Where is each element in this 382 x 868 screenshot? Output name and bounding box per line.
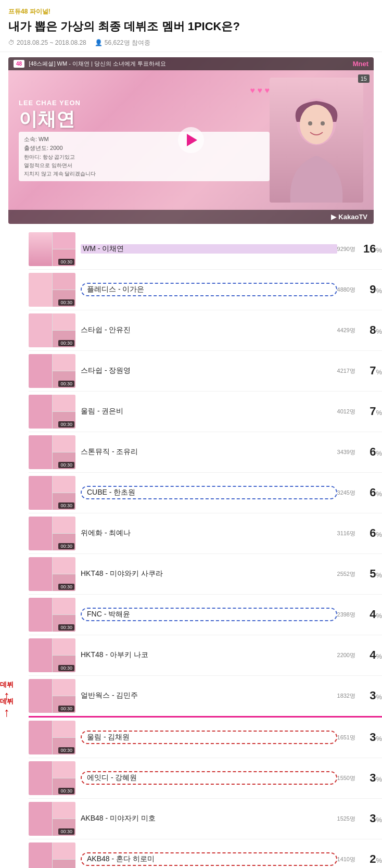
duration-badge: 00:30 xyxy=(58,462,74,468)
item-stats: 4429명 8% xyxy=(337,323,382,337)
percent-sign: % xyxy=(376,409,382,417)
item-percent: 3% xyxy=(359,689,382,702)
percent-sign: % xyxy=(376,652,382,660)
thumbnail-wrapper[interactable]: 00:30 xyxy=(29,598,75,632)
list-item: 00:30 FNC - 박해윤 2398명 4% xyxy=(29,595,382,635)
item-percent: 9% xyxy=(359,283,382,296)
thumbnail-wrapper[interactable]: 00:30 xyxy=(29,638,75,672)
age-badge: 15 xyxy=(358,74,370,83)
person-placeholder xyxy=(270,78,363,203)
item-stats: 2552명 5% xyxy=(337,567,382,581)
item-percent: 8% xyxy=(359,323,382,337)
percent-sign: % xyxy=(376,612,382,620)
duration-badge: 00:30 xyxy=(58,788,74,794)
duration-badge: 00:30 xyxy=(58,381,74,387)
thumb-cell xyxy=(29,232,52,266)
thumb-cell xyxy=(29,354,52,388)
thumbnail-wrapper[interactable]: 00:30 xyxy=(29,802,75,836)
thumb-cell xyxy=(29,313,52,347)
play-button[interactable] xyxy=(178,127,204,153)
header: 프듀48 파이널! 내가 뽑은 가상의 최종 데뷔조 멤버 1PICK은? ⏱ … xyxy=(0,0,382,52)
thumbnail-wrapper[interactable]: 00:30 xyxy=(29,435,75,469)
item-count: 3439명 xyxy=(337,448,355,456)
item-stats: 1832명 3% xyxy=(337,689,382,702)
thumb-cell xyxy=(53,354,76,371)
item-info: 에잇디 - 강혜원 xyxy=(81,771,337,785)
duration-badge: 00:30 xyxy=(58,543,74,549)
video-name-en: LEE CHAE YEON xyxy=(19,99,270,107)
duration-badge: 00:30 xyxy=(58,828,74,835)
kakao-tv-logo: ▶ KakaoTV xyxy=(331,213,367,221)
item-stats: 3116명 6% xyxy=(337,526,382,540)
thumb-cell xyxy=(53,517,76,533)
thumbnail-wrapper[interactable]: 00:30 xyxy=(29,721,75,754)
list-item: 00:30 스톤뮤직 - 조유리 3439명 6% xyxy=(29,432,382,473)
duration-badge: 00:30 xyxy=(58,340,74,346)
item-name: 얼반웍스 - 김민주 xyxy=(81,691,337,700)
item-stats: 1525명 3% xyxy=(337,812,382,825)
item-info: AKB48 - 미야자키 미호 xyxy=(81,814,337,823)
video-container[interactable]: 48 [48스페셜] WM - 이채연 | 당신의 소녀에게 투표하세요 Mne… xyxy=(8,57,374,224)
item-info: WM - 이채연 xyxy=(81,244,337,254)
thumbnail-grid xyxy=(29,842,75,868)
video-body: LEE CHAE YEON 이채연 소속: WM 출생년도: 2000 한마디:… xyxy=(8,70,374,210)
date-range-item: ⏱ 2018.08.25 ~ 2018.08.28 xyxy=(8,39,86,46)
logo-48: 48 xyxy=(14,60,24,68)
video-overlay: 48 [48스페셜] WM - 이채연 | 당신의 소녀에게 투표하세요 Mne… xyxy=(8,57,374,224)
thumbnail-wrapper[interactable]: 00:30 xyxy=(29,761,75,795)
list-item: 00:30 스타쉽 - 안유진 4429명 8% xyxy=(29,310,382,351)
item-info: 울림 - 김채원 xyxy=(81,731,337,744)
video-left: LEE CHAE YEON 이채연 소속: WM 출생년도: 2000 한마디:… xyxy=(19,99,270,181)
item-percent: 5% xyxy=(359,567,382,581)
thumbnail-wrapper[interactable]: 00:30 xyxy=(29,273,75,307)
debut-label-arrow: ↑ xyxy=(4,706,10,719)
item-info: 스타쉽 - 장원영 xyxy=(81,366,337,375)
thumbnail-wrapper[interactable]: 00:30 xyxy=(29,679,75,713)
item-count: 3116명 xyxy=(337,530,355,537)
list-item: 00:30 울림 - 권은비 4012명 7% xyxy=(29,392,382,432)
item-count: 2552명 xyxy=(337,570,355,578)
item-info: HKT48 - 미야와키 사쿠라 xyxy=(81,569,337,578)
thumb-cell xyxy=(53,557,76,574)
kakao-tv-text: KakaoTV xyxy=(338,213,367,221)
item-name: 스타쉽 - 안유진 xyxy=(81,325,337,335)
duration-badge: 00:30 xyxy=(58,584,74,590)
thumbnail-wrapper[interactable]: 00:30 xyxy=(29,517,75,550)
thumbnail-wrapper[interactable]: 00:30 xyxy=(29,232,75,266)
item-info: AKB48 - 혼다 히로미 xyxy=(81,852,337,866)
thumb-cell xyxy=(29,273,52,307)
thumbnail-wrapper[interactable]: 00:30 xyxy=(29,395,75,429)
item-count: 2200명 xyxy=(337,651,355,659)
thumb-cell xyxy=(53,721,76,737)
item-percent: 2% xyxy=(359,852,382,866)
thumbnail-wrapper[interactable]: 00:30 xyxy=(29,476,75,510)
thumb-cell xyxy=(53,232,76,249)
thumbnail-wrapper[interactable]: 00:30 xyxy=(29,842,75,868)
play-icon-small: ▶ xyxy=(331,213,336,221)
thumbnail-wrapper[interactable]: 00:30 xyxy=(29,313,75,347)
item-name: HKT48 - 미야와키 사쿠라 xyxy=(81,569,337,578)
item-count: 1525명 xyxy=(337,815,355,823)
thumbnail-wrapper[interactable]: 00:30 xyxy=(29,557,75,591)
header-tag: 프듀48 파이널! xyxy=(8,7,374,16)
item-stats: 4012명 7% xyxy=(337,405,382,418)
item-stats: 4880명 9% xyxy=(337,283,382,296)
thumb-cell xyxy=(53,435,76,452)
item-count: 4880명 xyxy=(337,286,355,294)
item-name: CUBE - 한초원 xyxy=(81,486,337,499)
item-count: 1651명 xyxy=(337,734,355,741)
hearts-decoration: ♥ ♥ ♥ xyxy=(250,86,270,95)
item-name: 에잇디 - 강혜원 xyxy=(81,771,337,785)
item-count: 2398명 xyxy=(337,611,355,619)
item-stats: 1651명 3% xyxy=(337,731,382,744)
item-stats: 9290명 16% xyxy=(337,242,382,256)
thumbnail-wrapper[interactable]: 00:30 xyxy=(29,354,75,388)
percent-sign: % xyxy=(376,490,382,498)
full-list: 데뷔 ↑ 00:30 WM - 이채연 xyxy=(0,229,382,868)
list-item: 00:30 플레디스 - 이가은 4880명 9% xyxy=(29,270,382,310)
item-name: AKB48 - 미야자키 미호 xyxy=(81,814,337,823)
thumb-cell xyxy=(53,313,76,330)
video-affiliation: 소속: WM xyxy=(24,135,264,144)
duration-badge: 00:30 xyxy=(58,665,74,671)
debut-text: 데뷔 xyxy=(0,680,14,689)
